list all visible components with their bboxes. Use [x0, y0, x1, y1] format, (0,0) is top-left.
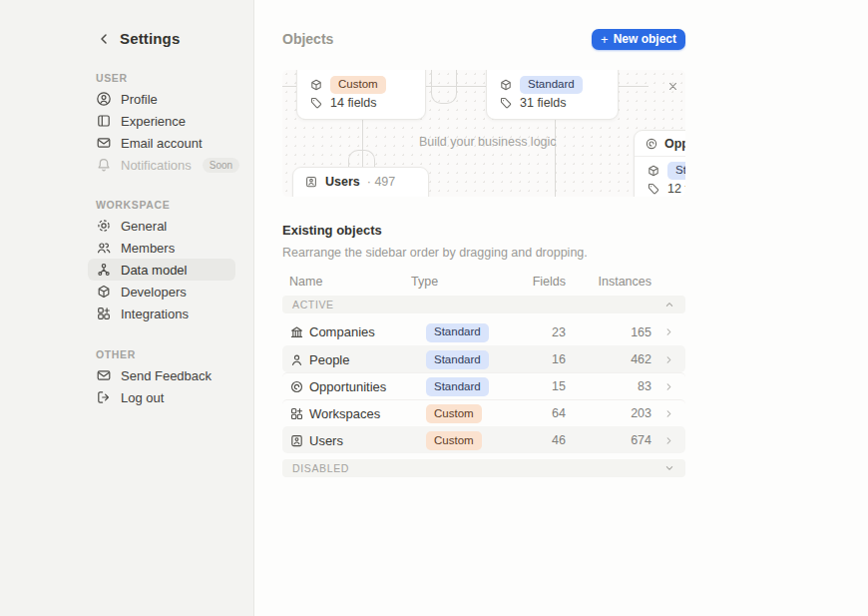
members-icon — [96, 240, 112, 256]
cube-icon — [647, 164, 660, 178]
existing-objects-subtitle: Rearrange the sidebar order by dragging … — [282, 246, 685, 260]
plus-icon: + — [601, 33, 609, 46]
chevron-right-icon — [663, 381, 674, 392]
object-name: Companies — [309, 324, 426, 339]
chevron-right-icon — [663, 408, 674, 419]
gear-icon — [96, 218, 112, 234]
sidebar-item-label: Experience — [121, 114, 186, 129]
settings-sidebar: Settings USER Profile Experience Email a… — [0, 0, 254, 616]
sidebar-section-user: USER — [96, 72, 227, 84]
chevron-right-icon — [663, 354, 674, 365]
sidebar-item-label: Integrations — [121, 307, 189, 321]
column-header-fields: Fields — [506, 275, 566, 289]
fields-count: 14 fields — [330, 96, 377, 110]
sidebar-item-label: Profile — [121, 92, 158, 107]
experience-icon — [96, 113, 112, 129]
object-type-badge: Standard — [426, 377, 489, 396]
sidebar-item-integrations[interactable]: Integrations — [88, 303, 235, 324]
sidebar-item-profile[interactable]: Profile — [88, 88, 235, 110]
object-type-badge: Standard — [520, 76, 583, 95]
active-group-label: ACTIVE — [292, 299, 334, 310]
connector-loop — [431, 70, 457, 104]
standard-object-node[interactable]: Standard 31 fields — [486, 70, 619, 120]
sidebar-item-data-model[interactable]: Data model — [88, 259, 235, 281]
object-type-badge: Custom — [426, 431, 482, 450]
users-object-node[interactable]: Users · 497 — [292, 167, 429, 197]
mail-icon — [96, 135, 112, 151]
chevron-up-icon — [663, 299, 675, 310]
settings-back-button[interactable]: Settings — [96, 30, 227, 47]
sidebar-item-send-feedback[interactable]: Send Feedback — [88, 364, 235, 386]
instances-count: 674 — [566, 433, 651, 447]
chevron-down-icon — [663, 462, 675, 474]
sidebar-section-workspace: WORKSPACE — [96, 199, 227, 211]
table-row-workspaces[interactable]: Workspaces Custom 64 203 — [282, 399, 685, 426]
sidebar-item-label: Data model — [121, 263, 187, 278]
fields-count: 12 fields — [667, 182, 685, 196]
disabled-group-label: DISABLED — [292, 462, 349, 474]
connector-line — [282, 86, 296, 87]
package-icon — [96, 284, 112, 300]
table-row-companies[interactable]: Companies Standard 23 165 — [282, 318, 685, 345]
sidebar-item-label: Log out — [121, 390, 164, 405]
table-row-users[interactable]: Users Custom 46 674 — [282, 426, 685, 453]
instances-count: 83 — [566, 379, 651, 393]
sidebar-item-label: Developers — [121, 285, 187, 300]
opportunities-object-node[interactable]: Opportunities Standard 12 fields — [634, 130, 685, 197]
sidebar-item-log-out[interactable]: Log out — [88, 386, 235, 408]
sidebar-item-label: Notifications — [121, 158, 192, 173]
settings-app: Settings USER Profile Experience Email a… — [0, 0, 868, 616]
table-row-opportunities[interactable]: Opportunities Standard 15 83 — [282, 372, 685, 399]
settings-back-label: Settings — [120, 30, 180, 47]
fields-count: 31 fields — [520, 96, 567, 110]
profile-icon — [96, 91, 112, 107]
column-header-name: Name — [289, 275, 426, 289]
table-row-people[interactable]: People Standard 16 462 — [282, 345, 685, 372]
objects-table: Name Type Fields Instances ACTIVE Compan… — [282, 274, 685, 477]
sidebar-item-email-account[interactable]: Email account — [88, 132, 235, 154]
page-title: Objects — [282, 31, 333, 47]
target-icon — [289, 379, 304, 394]
instances-count: 165 — [566, 325, 651, 339]
data-model-icon — [96, 262, 112, 278]
column-header-instances: Instances — [566, 275, 651, 289]
main-panel: Objects + New object Build your business… — [254, 0, 868, 616]
building-icon — [289, 324, 304, 339]
sidebar-item-members[interactable]: Members — [88, 237, 235, 259]
logout-icon — [96, 389, 112, 405]
object-type-badge: Standard — [667, 162, 685, 181]
connector-line — [555, 120, 556, 197]
bell-icon — [96, 157, 112, 173]
object-type-badge: Standard — [426, 350, 489, 369]
custom-object-node[interactable]: Custom 14 fields — [296, 70, 426, 120]
object-type-badge: Custom — [330, 76, 386, 95]
mail-icon — [96, 367, 112, 383]
fields-count: 23 — [506, 325, 566, 339]
sidebar-item-experience[interactable]: Experience — [88, 110, 235, 132]
chevron-right-icon — [663, 326, 674, 337]
fields-count: 15 — [506, 379, 566, 393]
person-icon — [289, 352, 304, 367]
chevron-right-icon — [663, 435, 674, 446]
sidebar-section-other: OTHER — [96, 348, 227, 360]
object-type-badge: Standard — [426, 323, 489, 342]
grid-plus-icon — [96, 306, 112, 321]
object-name: People — [309, 352, 426, 367]
sidebar-item-label: General — [121, 219, 167, 234]
sidebar-item-notifications: Notifications Soon — [88, 154, 235, 176]
cube-icon — [499, 78, 513, 92]
target-icon — [645, 137, 658, 151]
users-node-label: Users — [325, 175, 360, 189]
sidebar-item-general[interactable]: General — [88, 215, 235, 237]
users-node-count: · 497 — [367, 175, 396, 189]
object-name: Opportunities — [309, 379, 426, 394]
close-icon[interactable] — [666, 80, 679, 93]
opportunities-node-label: Opportunities — [664, 137, 685, 151]
disabled-group-header[interactable]: DISABLED — [282, 459, 685, 477]
tag-icon — [647, 182, 660, 196]
active-group-header[interactable]: ACTIVE — [282, 296, 685, 313]
object-builder-canvas: Build your business logic Custom 14 fiel… — [282, 70, 685, 197]
sidebar-item-developers[interactable]: Developers — [88, 281, 235, 303]
new-object-button[interactable]: + New object — [592, 29, 685, 50]
tag-icon — [499, 96, 513, 110]
